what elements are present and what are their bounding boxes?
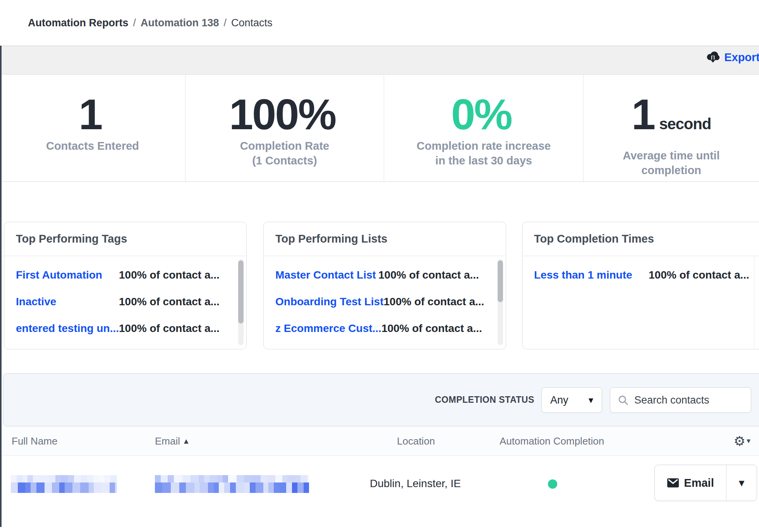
completion-time-link[interactable]: Less than 1 minute bbox=[534, 269, 649, 281]
list-item: Inactive 100% of contact a... bbox=[4, 288, 246, 315]
list-item: z Ecommerce Cust... 100% of contact a... bbox=[264, 315, 506, 342]
chevron-down-icon: ▼ bbox=[747, 438, 750, 444]
list-item: Less than 1 minute 100% of contact a... bbox=[522, 262, 759, 288]
export-button[interactable]: Export bbox=[706, 51, 759, 64]
panel-list: Less than 1 minute 100% of contact a... bbox=[522, 256, 759, 349]
stat-label: Contacts Entered bbox=[0, 139, 185, 153]
automation-report-page: Automation Reports / Automation 138 / Co… bbox=[0, 0, 759, 532]
panel-title: Top Performing Lists bbox=[264, 222, 506, 256]
search-contacts-input[interactable]: Search contacts bbox=[610, 387, 751, 413]
export-label: Export bbox=[724, 51, 759, 64]
stat-value: 100% bbox=[229, 95, 335, 134]
list-item: entered testing un... 100% of contact a.… bbox=[4, 315, 246, 342]
contact-email-redacted-link[interactable] bbox=[155, 475, 309, 493]
search-placeholder: Search contacts bbox=[634, 394, 709, 406]
completion-time-value: 100% of contact a... bbox=[649, 269, 749, 281]
column-header-location[interactable]: Location bbox=[397, 435, 435, 447]
breadcrumb-automation-138[interactable]: Automation 138 bbox=[141, 17, 219, 29]
stat-value: 1 bbox=[632, 95, 654, 134]
stats-row: 1 Contacts Entered 100% Completion Rate(… bbox=[0, 75, 759, 182]
column-header-email[interactable]: Email ▲ bbox=[155, 435, 189, 447]
cloud-download-icon bbox=[706, 51, 720, 64]
location-cell: Dublin, Leinster, IE bbox=[370, 477, 461, 490]
panel-title: Top Performing Tags bbox=[4, 222, 246, 256]
column-header-automation-completion[interactable]: Automation Completion bbox=[500, 435, 604, 447]
contact-name-redacted-link[interactable] bbox=[11, 475, 117, 493]
row-action-split-button: Email ▼ bbox=[654, 465, 757, 501]
email-button-label: Email bbox=[684, 477, 714, 489]
column-header-full-name[interactable]: Full Name bbox=[12, 435, 57, 447]
email-button[interactable]: Email bbox=[655, 465, 726, 501]
completion-status-label: COMPLETION STATUS bbox=[435, 374, 534, 426]
toolbar: Export bbox=[0, 46, 759, 75]
panels-row: Top Performing Tags First Automation 100… bbox=[0, 222, 759, 350]
panel-top-completion-times: Top Completion Times Less than 1 minute … bbox=[522, 222, 759, 349]
stat-label: Completion Rate(1 Contacts) bbox=[185, 139, 384, 168]
list-link[interactable]: z Ecommerce Cust... bbox=[275, 322, 381, 335]
panel-title: Top Completion Times bbox=[522, 222, 759, 256]
stat-label: Completion rate increasein the last 30 d… bbox=[384, 139, 583, 168]
scroll-area-divider bbox=[754, 256, 754, 349]
stat-contacts-entered: 1 Contacts Entered bbox=[0, 75, 185, 181]
panel-list: First Automation 100% of contact a... In… bbox=[4, 256, 246, 349]
list-link[interactable]: Onboarding Test List bbox=[275, 296, 383, 308]
breadcrumb-separator: / bbox=[224, 17, 227, 29]
envelope-icon bbox=[667, 478, 679, 488]
left-edge-border bbox=[0, 46, 2, 527]
filter-bar: COMPLETION STATUS Any ▼ Search contacts bbox=[3, 373, 759, 426]
tag-link[interactable]: First Automation bbox=[16, 269, 119, 281]
column-settings-button[interactable]: ⚙ ▼ bbox=[734, 434, 750, 448]
sort-ascending-icon: ▲ bbox=[184, 438, 189, 445]
tag-value: 100% of contact a... bbox=[119, 322, 220, 335]
tag-value: 100% of contact a... bbox=[119, 296, 220, 308]
column-header-email-label: Email bbox=[155, 435, 180, 447]
stat-completion-rate: 100% Completion Rate(1 Contacts) bbox=[185, 75, 384, 181]
completion-status-dot bbox=[548, 479, 557, 489]
list-item: First Automation 100% of contact a... bbox=[4, 262, 246, 288]
stat-suffix: second bbox=[659, 104, 711, 144]
scrollbar-thumb[interactable] bbox=[498, 260, 503, 302]
tag-link[interactable]: Inactive bbox=[16, 296, 119, 308]
breadcrumb-contacts: Contacts bbox=[231, 17, 273, 29]
list-item: Master Contact List 100% of contact a... bbox=[264, 262, 506, 288]
table-header: Full Name Email ▲ Location Automation Co… bbox=[0, 426, 759, 456]
stat-value: 0% bbox=[451, 95, 512, 134]
stat-value: 1 bbox=[79, 95, 101, 134]
stat-completion-rate-increase: 0% Completion rate increasein the last 3… bbox=[384, 75, 583, 181]
list-value: 100% of contact a... bbox=[378, 269, 479, 281]
panel-list: Master Contact List 100% of contact a...… bbox=[264, 256, 506, 349]
search-icon bbox=[617, 394, 629, 406]
chevron-down-icon: ▼ bbox=[589, 397, 593, 404]
list-item: Onboarding Test List 100% of contact a..… bbox=[264, 288, 506, 315]
email-button-dropdown[interactable]: ▼ bbox=[726, 465, 757, 501]
tag-value: 100% of contact a... bbox=[119, 269, 220, 281]
scrollbar-track bbox=[238, 259, 244, 345]
list-value: 100% of contact a... bbox=[381, 322, 482, 335]
scrollbar-thumb[interactable] bbox=[238, 260, 244, 323]
breadcrumb-automation-reports[interactable]: Automation Reports bbox=[28, 17, 129, 29]
table-row: Dublin, Leinster, IE Email ▼ bbox=[0, 456, 759, 532]
breadcrumb: Automation Reports / Automation 138 / Co… bbox=[0, 0, 759, 46]
gear-icon: ⚙ bbox=[734, 434, 745, 448]
list-link[interactable]: Master Contact List bbox=[275, 269, 378, 281]
panel-top-performing-lists: Top Performing Lists Master Contact List… bbox=[263, 222, 506, 349]
stat-average-time: 1second Average time untilcompletion bbox=[583, 75, 759, 181]
list-value: 100% of contact a... bbox=[383, 296, 484, 308]
completion-status-select[interactable]: Any ▼ bbox=[541, 387, 602, 413]
stat-label: Average time untilcompletion bbox=[584, 148, 759, 178]
panel-top-performing-tags: Top Performing Tags First Automation 100… bbox=[4, 222, 247, 349]
breadcrumb-separator: / bbox=[133, 17, 136, 29]
tag-link[interactable]: entered testing un... bbox=[16, 322, 119, 335]
completion-status-value: Any bbox=[550, 394, 568, 406]
scrollbar-track bbox=[498, 259, 503, 345]
